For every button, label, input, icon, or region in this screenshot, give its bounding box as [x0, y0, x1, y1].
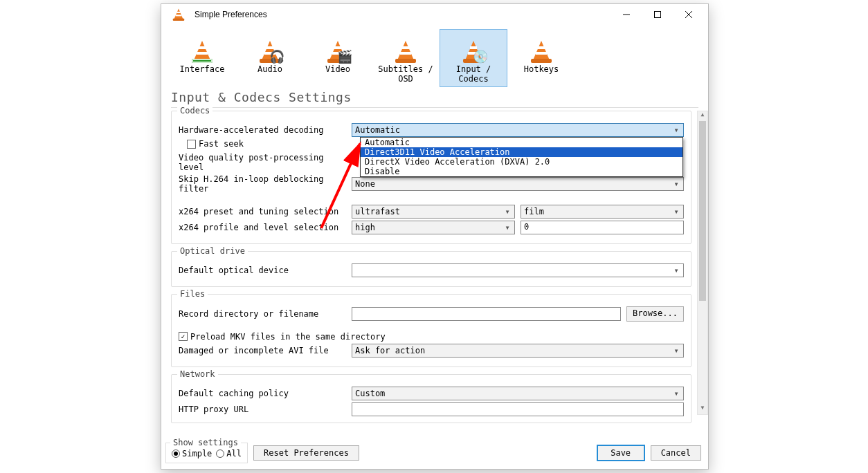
button-label: Save	[611, 448, 631, 458]
group-files: Files Record directory or filename Brows…	[171, 294, 691, 367]
input-value: 0	[524, 222, 529, 232]
scrollbar-thumb[interactable]	[699, 121, 706, 301]
combo-value: film	[524, 207, 544, 216]
tab-subtitles[interactable]: Subtitles / OSD	[372, 29, 440, 87]
group-optical: Optical drive Default optical device ▾	[171, 251, 691, 287]
skip-deblock-combo[interactable]: None ▾	[352, 177, 684, 191]
x264-tune-combo[interactable]: film ▾	[521, 205, 684, 219]
optical-device-label: Default optical device	[179, 266, 352, 275]
x264-preset-combo[interactable]: ultrafast ▾	[352, 205, 515, 219]
save-button[interactable]: Save	[597, 445, 645, 461]
button-label: Cancel	[661, 448, 691, 458]
postproc-label: Video quality post-processing level	[179, 153, 352, 172]
hw-decode-combo[interactable]: Automatic ▾	[352, 123, 684, 137]
chevron-down-icon: ▾	[672, 179, 680, 189]
radio-label: All	[226, 449, 242, 458]
close-button[interactable]	[673, 5, 704, 24]
reset-preferences-button[interactable]: Reset Preferences	[253, 445, 359, 461]
window-title: Simple Preferences	[195, 10, 611, 19]
svg-rect-1	[654, 12, 660, 18]
tab-interface[interactable]: Interface	[168, 29, 236, 87]
titlebar: Simple Preferences	[161, 4, 708, 25]
preferences-window: Simple Preferences Interface 🎧 Audio 🎬 V…	[161, 3, 709, 470]
group-legend: Show settings	[170, 438, 241, 447]
minimize-button[interactable]	[611, 5, 642, 24]
headphones-icon: 🎧	[269, 50, 284, 63]
combo-value: Custom	[355, 389, 385, 398]
cone-icon	[394, 38, 417, 64]
checkbox-box	[187, 140, 196, 149]
checkbox-box: ✓	[179, 332, 188, 341]
optical-device-combo[interactable]: ▾	[352, 263, 684, 277]
x264-level-input[interactable]: 0	[521, 221, 684, 234]
group-codecs: Codecs Hardware-accelerated decoding Aut…	[171, 111, 691, 244]
dropdown-option[interactable]: Automatic	[361, 138, 682, 147]
dropdown-option[interactable]: DirectX Video Acceleration (DXVA) 2.0	[361, 157, 682, 167]
button-label: Browse...	[633, 308, 678, 318]
tab-label: Subtitles / OSD	[372, 64, 439, 84]
chevron-down-icon: ▾	[672, 125, 680, 135]
hw-decode-label: Hardware-accelerated decoding	[179, 125, 352, 135]
vertical-scrollbar[interactable]: ▲ ▼	[697, 111, 708, 415]
caching-label: Default caching policy	[179, 389, 352, 398]
combo-value: Ask for action	[355, 346, 425, 355]
tab-label: Video	[305, 64, 371, 74]
maximize-button[interactable]	[642, 5, 673, 24]
dropdown-option[interactable]: Disable	[361, 167, 682, 176]
footer: Show settings Simple All Reset Preferenc…	[165, 443, 701, 463]
checkbox-label: Fast seek	[199, 139, 244, 149]
cone-icon: 💿	[462, 38, 485, 64]
show-settings-group: Show settings Simple All	[165, 443, 248, 463]
fast-seek-checkbox[interactable]: Fast seek	[187, 139, 244, 149]
tab-label: Interface	[169, 64, 235, 74]
chevron-down-icon: ▾	[672, 266, 680, 275]
group-legend: Files	[177, 289, 208, 299]
browse-button[interactable]: Browse...	[626, 306, 684, 322]
category-tabs: Interface 🎧 Audio 🎬 Video Subtitles / OS…	[161, 25, 708, 87]
chevron-down-icon: ▾	[672, 207, 680, 216]
scroll-down-icon[interactable]: ▼	[698, 405, 707, 414]
scroll-up-icon[interactable]: ▲	[698, 111, 707, 121]
cone-icon: 🎧	[258, 38, 282, 64]
x264-profile-combo[interactable]: high ▾	[352, 221, 515, 234]
record-path-input[interactable]	[352, 307, 621, 321]
proxy-input[interactable]	[352, 402, 684, 416]
cone-icon: 🎬	[326, 38, 350, 64]
chevron-down-icon: ▾	[503, 207, 512, 216]
proxy-label: HTTP proxy URL	[179, 405, 352, 414]
disc-icon: 💿	[473, 50, 488, 63]
group-network: Network Default caching policy Custom ▾ …	[171, 374, 691, 423]
checkbox-label: Preload MKV files in the same directory	[190, 332, 386, 342]
all-radio[interactable]: All	[216, 449, 242, 458]
tab-label: Hotkeys	[508, 64, 575, 74]
skip-deblock-label: Skip H.264 in-loop deblocking filter	[179, 174, 352, 194]
cone-icon	[190, 38, 214, 64]
tab-label: Audio	[237, 64, 303, 74]
section-title: Input & Codecs Settings	[161, 87, 708, 106]
preload-mkv-checkbox[interactable]: ✓ Preload MKV files in the same director…	[179, 332, 386, 342]
chevron-down-icon: ▾	[503, 223, 512, 232]
combo-value: ultrafast	[355, 207, 400, 216]
record-path-label: Record directory or filename	[179, 309, 352, 319]
caching-combo[interactable]: Custom ▾	[352, 387, 684, 400]
tab-video[interactable]: 🎬 Video	[304, 29, 372, 87]
combo-value: None	[355, 179, 375, 189]
tab-hotkeys[interactable]: Hotkeys	[507, 29, 575, 87]
chevron-down-icon: ▾	[672, 346, 680, 355]
group-legend: Codecs	[177, 106, 213, 115]
dropdown-option-selected[interactable]: Direct3D11 Video Acceleration	[361, 147, 682, 157]
app-icon	[172, 7, 186, 23]
tab-audio[interactable]: 🎧 Audio	[236, 29, 304, 87]
simple-radio[interactable]: Simple	[172, 449, 212, 458]
hw-decode-dropdown[interactable]: Automatic Direct3D11 Video Acceleration …	[360, 137, 683, 177]
settings-scroll-area: Codecs Hardware-accelerated decoding Aut…	[171, 111, 707, 415]
avi-label: Damaged or incomplete AVI file	[179, 346, 352, 355]
tab-label: Input / Codecs	[440, 64, 507, 84]
tab-input-codecs[interactable]: 💿 Input / Codecs	[440, 29, 507, 87]
avi-combo[interactable]: Ask for action ▾	[352, 344, 684, 358]
x264-profile-label: x264 profile and level selection	[179, 223, 352, 232]
group-legend: Network	[177, 369, 218, 379]
cancel-button[interactable]: Cancel	[651, 445, 701, 461]
button-label: Reset Preferences	[264, 448, 349, 458]
combo-value: Automatic	[355, 125, 400, 135]
